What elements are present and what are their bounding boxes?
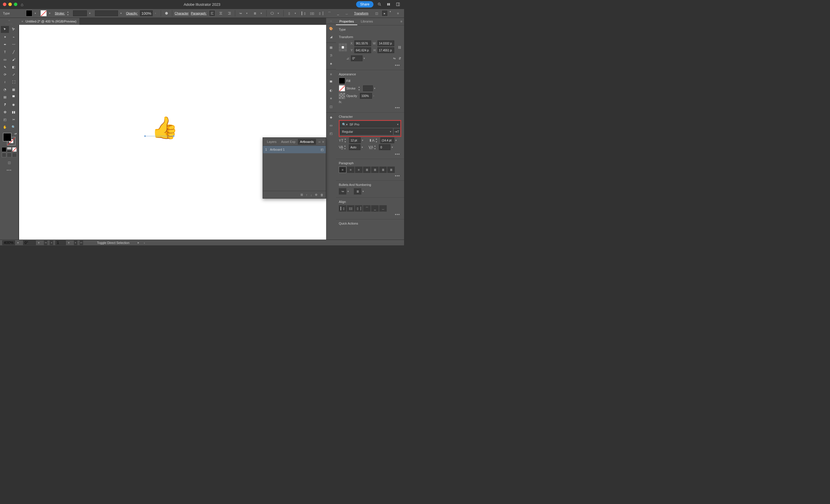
lead-up[interactable]: ▴ xyxy=(376,137,379,140)
recolor-artwork-icon[interactable] xyxy=(163,10,170,17)
layers-tab[interactable]: Layers xyxy=(265,139,279,145)
leading-input[interactable] xyxy=(380,137,394,143)
track-dd[interactable]: ▾ xyxy=(392,146,395,149)
delete-artboard-icon[interactable]: 🗑 xyxy=(320,193,323,196)
align-hcenter-icon[interactable]: ▯|▯ xyxy=(309,10,315,17)
lead-down[interactable]: ▾ xyxy=(376,140,379,143)
rot-dd[interactable]: ▾ xyxy=(38,241,41,244)
zoom-level-input[interactable] xyxy=(2,241,15,245)
align-to-selection-icon[interactable]: ▯ xyxy=(286,10,292,17)
baseline-anchor-right[interactable] xyxy=(173,135,174,137)
font-family-select[interactable]: 🔍▾SF Pro▾ xyxy=(340,121,400,128)
eraser-tool[interactable]: ◧ xyxy=(9,63,18,70)
blend-tool[interactable]: ◉ xyxy=(9,101,18,108)
paragraph-panel-link[interactable]: Paragraph: xyxy=(191,11,206,15)
x-input[interactable] xyxy=(354,40,371,46)
para-align-left[interactable]: ≡ xyxy=(339,166,346,173)
para-justify-left[interactable]: ≣ xyxy=(363,166,371,173)
envelope-warp-icon[interactable] xyxy=(269,10,275,17)
hand-tool[interactable]: ✋ xyxy=(1,124,9,130)
paragraph-align-center-button[interactable] xyxy=(218,10,224,17)
move-artboard-up-icon[interactable]: ↑ xyxy=(306,193,308,196)
bullet-list-button[interactable]: ≔ xyxy=(339,188,346,194)
rotate-tool[interactable]: ⟳ xyxy=(1,71,9,78)
opacity-dd[interactable]: › xyxy=(155,12,158,15)
swatches-panel-icon[interactable]: ▦ xyxy=(327,44,334,51)
document-tab[interactable]: × Untitled-2* @ 400 % (RGB/Preview) xyxy=(19,18,79,25)
status-back-icon[interactable]: ‹ xyxy=(144,241,145,245)
rotation-input[interactable] xyxy=(351,56,362,61)
align-bottom-icon[interactable]: ⎵ xyxy=(344,10,350,17)
align-right-icon[interactable]: ▯▕ xyxy=(318,10,324,17)
asset-export-tab[interactable]: Asset Exp xyxy=(279,139,298,145)
draw-behind-icon[interactable] xyxy=(7,153,11,157)
first-artboard-icon[interactable]: I◂ xyxy=(44,241,47,245)
align-top-icon[interactable]: ⎴ xyxy=(326,10,333,17)
paintbrush-tool[interactable]: 🖌 xyxy=(9,56,18,63)
font-family-dd-icon[interactable]: ▾ xyxy=(397,123,398,126)
track-down[interactable]: ▾ xyxy=(374,147,378,150)
fill-stroke-control[interactable]: ⇄ xyxy=(3,133,15,146)
draw-inside-icon[interactable] xyxy=(12,153,17,157)
rectangle-tool[interactable]: ▭ xyxy=(1,56,9,63)
magic-wand-tool[interactable]: ✶ xyxy=(1,33,9,40)
libraries-tab[interactable]: Libraries xyxy=(357,18,376,25)
graphic-styles-panel-icon[interactable]: ◫ xyxy=(327,103,334,110)
align-bottom-button[interactable]: ⎵ xyxy=(379,205,387,212)
width-tool[interactable]: ≀ xyxy=(1,78,9,86)
shaper-tool[interactable]: ✎ xyxy=(1,63,9,70)
panel-collapse-icon[interactable]: ›› xyxy=(318,140,320,144)
h-input[interactable] xyxy=(378,48,394,53)
brushes-panel-icon[interactable]: ℬ xyxy=(327,52,334,59)
lead-dd[interactable]: ▾ xyxy=(395,139,399,142)
stroke-weight-up[interactable]: ▴ xyxy=(67,10,71,13)
color-mode-solid[interactable] xyxy=(2,147,6,152)
layers-panel-icon[interactable]: ◆ xyxy=(327,114,334,121)
ab-nav-dd[interactable]: ▾ xyxy=(68,241,71,244)
slice-tool[interactable]: ✂ xyxy=(9,116,18,123)
character-panel-link[interactable]: Character xyxy=(174,11,188,15)
stroke-dropdown-icon[interactable]: ▾ xyxy=(49,12,53,15)
selection-tool[interactable] xyxy=(1,26,9,33)
stroke-w-dd[interactable]: ▾ xyxy=(374,87,378,90)
artboards-tab[interactable]: Artboards xyxy=(298,139,316,145)
opacity-prop-input[interactable] xyxy=(360,93,372,99)
share-button[interactable]: Share xyxy=(356,1,374,7)
eyedropper-tool[interactable]: ⁋ xyxy=(1,101,9,108)
artboards-panel-icon[interactable]: ◰ xyxy=(327,130,334,137)
number-list-dd[interactable]: ▾ xyxy=(362,190,366,193)
select-similar-dd[interactable]: ▾ xyxy=(390,10,393,17)
size-dd[interactable]: ▾ xyxy=(362,139,365,142)
appearance-more-icon[interactable]: ••• xyxy=(339,105,401,111)
opacity-swatch-prop[interactable] xyxy=(339,93,345,99)
tools-collapse-icon[interactable]: ‹‹ xyxy=(8,19,10,22)
flip-horizontal-icon[interactable]: ⇋ xyxy=(393,57,396,60)
bullet-dd[interactable]: ▾ xyxy=(246,12,250,15)
kern-down[interactable]: ▾ xyxy=(344,147,348,150)
para-justify-right[interactable]: ≣ xyxy=(379,166,387,173)
size-down[interactable]: ▾ xyxy=(345,140,348,143)
gradient-panel-icon[interactable]: ▀ xyxy=(327,79,334,86)
edit-toolbar-icon[interactable]: ••• xyxy=(7,168,12,172)
kern-up[interactable]: ▴ xyxy=(344,144,348,147)
kern-dd[interactable]: ▾ xyxy=(362,146,365,149)
size-up[interactable]: ▴ xyxy=(345,137,348,140)
color-mode-gradient[interactable] xyxy=(7,147,11,152)
reference-point-selector[interactable] xyxy=(339,43,347,52)
warp-dd[interactable]: ▾ xyxy=(278,12,281,15)
kerning-input[interactable] xyxy=(349,144,360,150)
search-font-icon[interactable]: 🔍▾ xyxy=(342,123,348,126)
search-icon[interactable] xyxy=(376,1,383,7)
bullet-list-icon[interactable]: ≔ xyxy=(237,10,244,17)
close-window-button[interactable] xyxy=(3,3,6,6)
line-tool[interactable]: ╱ xyxy=(9,49,18,56)
artboards-panel[interactable]: Layers Asset Exp Artboards ›› ≡ 1 Artboa… xyxy=(263,137,326,198)
close-tab-icon[interactable]: × xyxy=(21,20,23,23)
align-dd[interactable]: ▾ xyxy=(295,12,298,15)
paragraph-align-right-button[interactable] xyxy=(226,10,233,17)
align-left-icon[interactable]: ▎▯ xyxy=(300,10,307,17)
fill-color-swatch[interactable] xyxy=(3,133,11,141)
type-tool[interactable]: T xyxy=(1,49,9,56)
isolate-icon[interactable]: ◫ xyxy=(374,10,380,17)
dock-collapse-icon[interactable]: ‹‹ xyxy=(330,20,332,23)
